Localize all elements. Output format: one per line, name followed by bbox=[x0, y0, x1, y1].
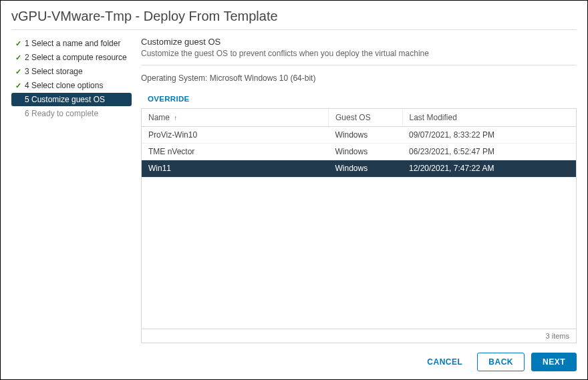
step-label: 5 Customize guest OS bbox=[25, 95, 105, 104]
col-modified-label: Last Modified bbox=[410, 113, 457, 122]
cell-name: ProViz-Win10 bbox=[142, 127, 329, 144]
check-icon: ✓ bbox=[15, 67, 25, 76]
check-icon: ✓ bbox=[15, 81, 25, 90]
table-body: ProViz-Win10Windows09/07/2021, 8:33:22 P… bbox=[142, 127, 576, 177]
cancel-button[interactable]: CANCEL bbox=[419, 353, 470, 371]
cell-os: Windows bbox=[329, 144, 403, 160]
wizard-main: Customize guest OS Customize the guest O… bbox=[132, 30, 577, 371]
os-line: Operating System: Microsoft Windows 10 (… bbox=[141, 73, 577, 83]
step-label: 4 Select clone options bbox=[25, 81, 103, 90]
wizard-title: vGPU-VMware-Tmp - Deploy From Template bbox=[11, 9, 577, 30]
step-6[interactable]: 6 Ready to complete bbox=[11, 107, 132, 120]
step-5[interactable]: 5 Customize guest OS bbox=[11, 93, 132, 106]
cell-modified: 09/07/2021, 8:33:22 PM bbox=[402, 127, 576, 144]
deploy-wizard: vGPU-VMware-Tmp - Deploy From Template ✓… bbox=[0, 0, 588, 380]
step-label: 2 Select a compute resource bbox=[25, 53, 127, 62]
table-empty-area bbox=[142, 177, 576, 329]
col-os-header[interactable]: Guest OS bbox=[329, 109, 403, 127]
os-label: Operating System: bbox=[141, 73, 207, 83]
step-2[interactable]: ✓2 Select a compute resource bbox=[11, 51, 132, 64]
check-icon: ✓ bbox=[15, 53, 25, 62]
os-value: Microsoft Windows 10 (64-bit) bbox=[210, 73, 316, 83]
wizard-body: ✓1 Select a name and folder✓2 Select a c… bbox=[11, 30, 577, 371]
sort-asc-icon: ↑ bbox=[174, 114, 177, 122]
cell-name: Win11 bbox=[142, 160, 329, 177]
check-icon: ✓ bbox=[15, 39, 25, 48]
table-row[interactable]: TME nVectorWindows06/23/2021, 6:52:47 PM bbox=[142, 144, 576, 160]
col-os-label: Guest OS bbox=[335, 113, 371, 122]
step-label: 6 Ready to complete bbox=[25, 109, 98, 118]
back-button[interactable]: BACK bbox=[477, 353, 525, 371]
cell-name: TME nVector bbox=[142, 144, 329, 160]
step-3[interactable]: ✓3 Select storage bbox=[11, 65, 132, 78]
col-name-header[interactable]: Name ↑ bbox=[142, 109, 329, 127]
step-label: 1 Select a name and folder bbox=[25, 39, 120, 48]
step-1[interactable]: ✓1 Select a name and folder bbox=[11, 37, 132, 50]
override-link[interactable]: OVERRIDE bbox=[141, 95, 577, 103]
spec-table-grid: Name ↑ Guest OS Last Modified bbox=[142, 109, 576, 177]
divider bbox=[141, 65, 577, 65]
step-label: 3 Select storage bbox=[25, 67, 83, 76]
cell-os: Windows bbox=[329, 127, 403, 144]
table-row[interactable]: ProViz-Win10Windows09/07/2021, 8:33:22 P… bbox=[142, 127, 576, 144]
table-footer: 3 items bbox=[142, 329, 576, 343]
next-button[interactable]: NEXT bbox=[531, 353, 577, 371]
cell-os: Windows bbox=[329, 160, 403, 177]
col-modified-header[interactable]: Last Modified bbox=[402, 109, 576, 127]
cell-modified: 12/20/2021, 7:47:22 AM bbox=[402, 160, 576, 177]
section-title: Customize guest OS bbox=[141, 37, 577, 47]
section-desc: Customize the guest OS to prevent confli… bbox=[141, 49, 577, 58]
table-row[interactable]: Win11Windows12/20/2021, 7:47:22 AM bbox=[142, 160, 576, 177]
step-4[interactable]: ✓4 Select clone options bbox=[11, 79, 132, 92]
spec-table: Name ↑ Guest OS Last Modified bbox=[141, 108, 577, 343]
cell-modified: 06/23/2021, 6:52:47 PM bbox=[402, 144, 576, 160]
wizard-steps: ✓1 Select a name and folder✓2 Select a c… bbox=[11, 30, 132, 371]
col-name-label: Name bbox=[148, 113, 170, 122]
wizard-actions: CANCEL BACK NEXT bbox=[141, 343, 577, 371]
table-header-row: Name ↑ Guest OS Last Modified bbox=[142, 109, 576, 127]
